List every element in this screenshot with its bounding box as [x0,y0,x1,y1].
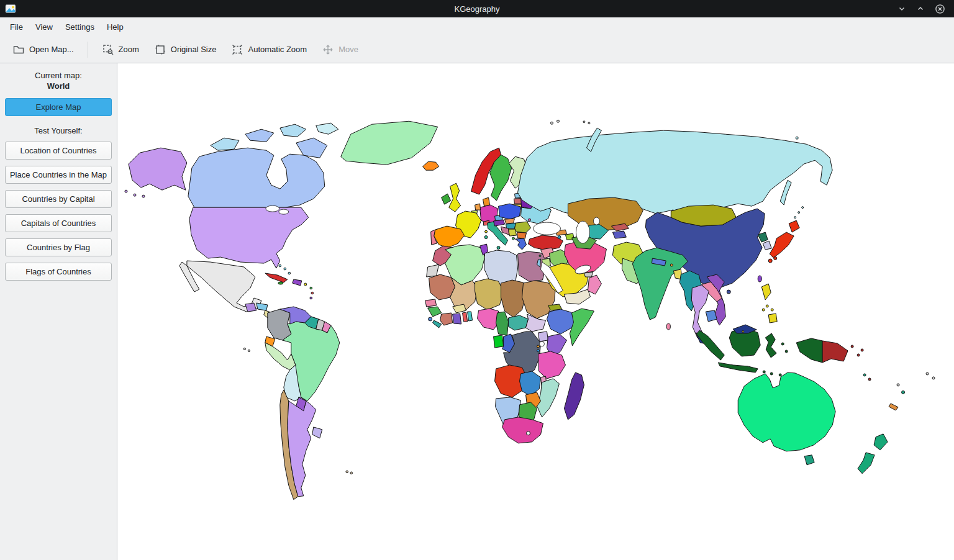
main-content: Current map: World Explore Map Test Your… [0,63,954,560]
folder-icon [12,43,25,56]
explore-map-button[interactable]: Explore Map [5,98,112,116]
zoom-button[interactable]: Zoom [96,39,145,60]
current-map-label: Current map: [5,71,112,80]
quiz-location-of-countries-button[interactable]: Location of Countries [5,142,112,160]
toolbar: Open Map... Zoom Original Size Automatic… [0,36,954,63]
zoom-select-icon [102,43,114,56]
automatic-zoom-icon [231,43,243,56]
menu-file[interactable]: File [4,20,29,34]
open-map-label: Open Map... [29,45,74,54]
automatic-zoom-button[interactable]: Automatic Zoom [225,39,313,60]
toolbar-separator [88,42,88,58]
window-title: KGeography [0,4,954,14]
kgeography-window: KGeography File View Settings Help Open … [0,0,954,560]
zoom-label: Zoom [119,45,139,54]
sidebar: Current map: World Explore Map Test Your… [0,63,117,560]
app-icon [5,3,16,14]
quiz-place-countries-button[interactable]: Place Countries in the Map [5,166,112,184]
quiz-flags-of-countries-button[interactable]: Flags of Countries [5,263,112,281]
quiz-countries-by-flag-button[interactable]: Countries by Flag [5,238,112,256]
world-map[interactable] [117,63,954,560]
menu-view[interactable]: View [29,20,59,34]
world-map-svg [117,63,954,560]
original-size-label: Original Size [171,45,217,54]
menu-settings[interactable]: Settings [59,20,101,34]
original-size-icon [154,43,166,56]
open-map-button[interactable]: Open Map... [6,39,80,60]
current-map-value: World [5,81,112,91]
close-icon[interactable] [935,4,945,14]
quiz-capitals-of-countries-button[interactable]: Capitals of Countries [5,214,112,232]
automatic-zoom-label: Automatic Zoom [248,45,307,54]
original-size-button[interactable]: Original Size [148,39,223,60]
maximize-icon[interactable] [916,4,925,13]
quiz-countries-by-capital-button[interactable]: Countries by Capital [5,190,112,208]
minimize-icon[interactable] [897,4,906,13]
menu-help[interactable]: Help [101,20,130,34]
move-label: Move [338,45,358,54]
menu-bar: File View Settings Help [0,17,954,36]
move-icon [322,43,334,56]
move-button: Move [316,39,365,60]
window-controls [897,4,954,14]
test-yourself-label: Test Yourself: [5,126,112,135]
titlebar[interactable]: KGeography [0,0,954,17]
